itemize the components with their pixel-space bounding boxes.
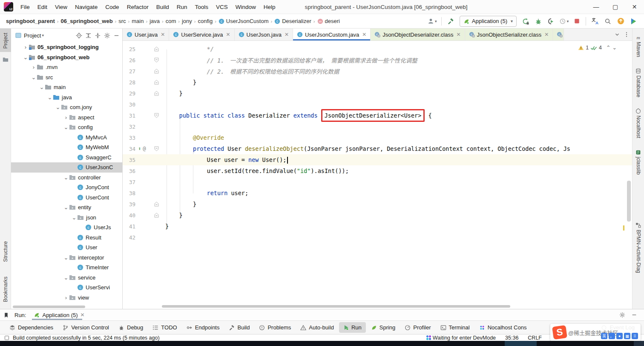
build-hammer-icon[interactable] (445, 16, 456, 27)
tree-toggle-icon[interactable]: ⌄ (23, 54, 29, 61)
tool-strip-bookmarks[interactable]: Bookmarks (0, 272, 11, 306)
tool-strip-project[interactable]: Project (0, 29, 11, 52)
tree-item-jonycont[interactable]: cJonyCont (11, 182, 122, 193)
toolwindow-profiler[interactable]: Profiler (400, 322, 435, 333)
tree-item-mywebm[interactable]: cMyWebM (11, 142, 122, 153)
code-editor[interactable]: 25*/26// 1． 一次查不出完整的数据返回给客户端， 需要根据需求去做一些… (123, 41, 632, 309)
menu-build[interactable]: Build (152, 0, 173, 14)
tab-close-icon[interactable]: ✕ (456, 32, 460, 37)
tree-toggle-icon[interactable]: ⌄ (63, 174, 69, 181)
minimize-button[interactable]: — (586, 0, 606, 14)
tree-toggle-icon[interactable]: ⌄ (63, 274, 69, 281)
tree-item-mymvca[interactable]: cMyMvcA (11, 133, 122, 143)
tree-item-userservi[interactable]: cUserServi (11, 283, 122, 293)
code-line-34[interactable]: 34⬆@protected User deserializeObject(Jso… (123, 143, 632, 154)
tree-toggle-icon[interactable]: ⌄ (63, 124, 69, 130)
breadcrumb-item[interactable]: cDeserializer (274, 18, 311, 24)
maximize-button[interactable]: ▢ (606, 0, 625, 14)
tree-toggle-icon[interactable]: ⌄ (39, 84, 45, 90)
breadcrumb-item[interactable]: springboot_parent (6, 18, 55, 24)
tool-strip-maven[interactable]: mMaven (635, 35, 641, 57)
tree-item-timeinter[interactable]: cTimeInter (11, 262, 122, 273)
code-line-35[interactable]: 35User user = new User(); (123, 154, 632, 165)
code-line-40[interactable]: 40} (123, 210, 632, 221)
menu-run[interactable]: Run (173, 0, 191, 14)
menu-tools[interactable]: Tools (191, 0, 212, 14)
debug-icon[interactable] (533, 16, 544, 27)
profiler-icon[interactable]: ▾ (558, 16, 569, 27)
code-line-29[interactable]: 29} (123, 88, 632, 99)
menu-refactor[interactable]: Refactor (123, 0, 152, 14)
tree-toggle-icon[interactable]: ⌄ (63, 204, 69, 210)
fold-marker-icon[interactable] (152, 146, 160, 151)
toolwindow-nocalhost-cons[interactable]: Nocalhost Cons (475, 322, 531, 333)
prev-problem-icon[interactable]: ⌃ (606, 44, 610, 51)
breadcrumb-item[interactable]: main (132, 18, 144, 24)
code-line-25[interactable]: 25*/ (123, 43, 632, 55)
menu-help[interactable]: Help (260, 0, 279, 14)
code-line-33[interactable]: 33@Override (123, 132, 632, 143)
toolwindow-spring[interactable]: Spring (367, 322, 400, 333)
tabs-more-icon[interactable] (624, 32, 630, 37)
editor-tab-partial[interactable]: c (553, 29, 564, 40)
status-panel-icon[interactable] (4, 335, 9, 340)
devmode-status[interactable]: Waiting for enter DevMode (426, 335, 496, 341)
tree-toggle-icon[interactable]: › (63, 114, 69, 121)
fold-marker-icon[interactable] (152, 213, 160, 218)
tabs-chevron-down-icon[interactable] (614, 32, 620, 37)
code-line-39[interactable]: 39} (123, 199, 632, 210)
run-tab-close-icon[interactable]: ✕ (80, 312, 85, 318)
code-line-42[interactable]: 42 (123, 232, 632, 243)
run-panel-hide-icon[interactable] (631, 312, 637, 318)
code-line-36[interactable]: 36user.setId(tree.findValue("id").asInt(… (123, 165, 632, 176)
tree-item--mvn[interactable]: ›.mvn (11, 62, 122, 72)
breadcrumb-item[interactable]: config (198, 18, 213, 24)
breadcrumb-item[interactable]: src (118, 18, 126, 24)
project-view-dropdown-icon[interactable]: ▾ (42, 33, 44, 37)
project-panel-title[interactable]: Project (24, 32, 41, 39)
menu-view[interactable]: View (51, 0, 71, 14)
rerun-icon[interactable] (520, 16, 531, 27)
tool-strip-bpmn-activiti-diag[interactable]: BPMN-Activiti-Diag (635, 222, 641, 273)
tree-item-config[interactable]: ⌄config (11, 122, 122, 133)
code-line-32[interactable]: 32 (123, 121, 632, 132)
toolwindow-auto-build[interactable]: Auto-build (296, 322, 338, 333)
fold-marker-icon[interactable] (152, 58, 160, 63)
tree-item-java[interactable]: ⌄java (11, 92, 122, 103)
panel-settings-icon[interactable] (104, 32, 110, 39)
translate-icon[interactable]: A (589, 16, 601, 27)
fold-marker-icon[interactable] (152, 80, 160, 85)
bookmark-flag-icon[interactable] (3, 312, 9, 318)
tool-strip-structure[interactable]: Structure (0, 237, 11, 265)
next-problem-icon[interactable]: ⌄ (612, 44, 617, 51)
search-everywhere-icon[interactable] (602, 16, 613, 27)
hide-panel-icon[interactable] (113, 32, 120, 39)
caret-position[interactable]: 35:36 (505, 335, 518, 341)
toolwindow-problems[interactable]: Problems (255, 322, 295, 333)
menu-navigate[interactable]: Navigate (71, 0, 101, 14)
run-configuration-select[interactable]: Application (5) ▾ (460, 16, 517, 27)
tree-item-controller[interactable]: ⌄controller (11, 173, 122, 183)
tree-item-interceptor[interactable]: ⌄interceptor (11, 253, 122, 263)
breadcrumb-item[interactable]: mdeseri (317, 18, 340, 24)
tree-toggle-icon[interactable]: ⌄ (47, 94, 53, 101)
tab-close-icon[interactable]: ✕ (226, 32, 230, 37)
toolwindow-version-control[interactable]: Version Control (58, 322, 113, 333)
tree-toggle-icon[interactable]: ⌄ (63, 254, 69, 261)
toolwindow-terminal[interactable]: Terminal (436, 322, 474, 333)
tree-item-usercont[interactable]: cUserCont (11, 193, 122, 203)
collapse-all-icon[interactable] (95, 32, 101, 39)
build-status-message[interactable]: Build completed successfully in 5 sec, 2… (13, 335, 160, 341)
tab-close-icon[interactable]: ✕ (362, 32, 366, 37)
tool-strip-jclasslib[interactable]: jclasslib (635, 150, 641, 175)
toolwindow-debug[interactable]: Debug (114, 322, 147, 333)
overriding-method-icon[interactable]: ⬆ (138, 146, 141, 151)
code-line-27[interactable]: 27// 2． 根据不同的权限给他返回不同的序列化数据 (123, 66, 632, 77)
menu-file[interactable]: File (17, 0, 34, 14)
code-line-31[interactable]: 31public static class Deserializer exten… (123, 110, 632, 121)
tree-item-view[interactable]: ›view (11, 293, 122, 303)
tree-toggle-icon[interactable]: › (31, 64, 37, 70)
toolwindow-dependencies[interactable]: Dependencies (5, 322, 58, 333)
tree-item-swaggerc[interactable]: cSwaggerC (11, 153, 122, 163)
fold-marker-icon[interactable] (152, 91, 160, 96)
